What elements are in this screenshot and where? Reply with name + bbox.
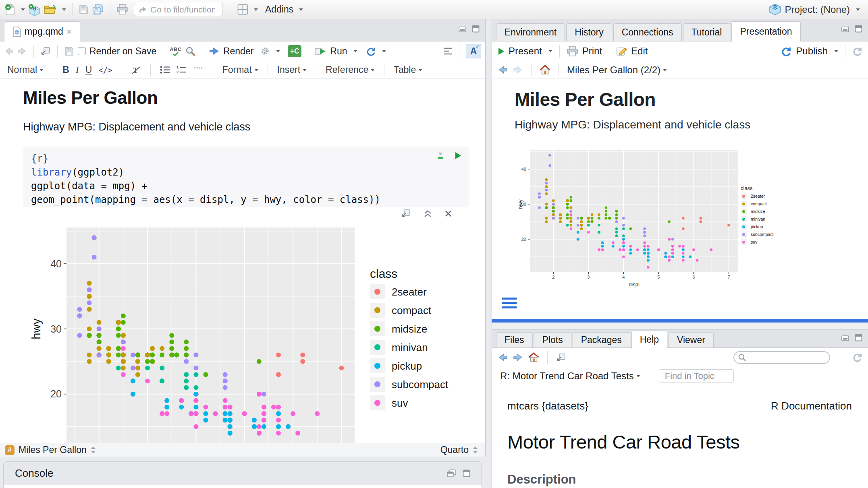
publish-icon[interactable]: [781, 46, 792, 56]
clear-output-icon[interactable]: [444, 210, 452, 217]
tab-files[interactable]: Files: [496, 332, 533, 347]
slide-home-icon[interactable]: [540, 65, 550, 75]
section-sorter-icon[interactable]: [91, 446, 96, 454]
tab-connections[interactable]: Connections: [613, 23, 682, 41]
refresh-presentation-icon[interactable]: [852, 46, 862, 56]
maximize-pane-icon[interactable]: [472, 25, 480, 33]
pane-splitter[interactable]: [492, 319, 868, 323]
table-menu[interactable]: Table: [394, 64, 422, 75]
edit-icon[interactable]: [616, 46, 627, 56]
nav-forward-icon[interactable]: [17, 47, 27, 56]
addins-caret-icon[interactable]: [299, 8, 303, 11]
nav-back-icon[interactable]: [4, 47, 14, 56]
save-icon[interactable]: [79, 4, 89, 14]
render-button[interactable]: Render: [223, 46, 253, 57]
tab-help[interactable]: Help: [631, 331, 667, 348]
refresh-help-icon[interactable]: [852, 352, 862, 362]
open-file-icon[interactable]: [44, 4, 56, 15]
find-replace-icon[interactable]: [185, 46, 195, 56]
section-selector[interactable]: Miles Per Gallon: [19, 445, 87, 455]
minimize-pane-icon[interactable]: [841, 25, 850, 33]
insert-chunk-icon[interactable]: +C: [288, 45, 301, 57]
gear-icon[interactable]: [260, 46, 270, 56]
print-icon[interactable]: [116, 4, 128, 15]
reference-menu[interactable]: Reference: [326, 64, 375, 75]
run-chunk-icon[interactable]: [455, 152, 461, 159]
bold-button[interactable]: B: [62, 64, 69, 75]
present-icon[interactable]: [498, 48, 505, 55]
new-file-icon[interactable]: [5, 4, 15, 16]
tab-viewer[interactable]: Viewer: [669, 332, 714, 347]
help-home-icon[interactable]: [528, 352, 539, 362]
tab-environment[interactable]: Environment: [496, 23, 565, 41]
new-file-caret-icon[interactable]: [21, 8, 25, 11]
project-menu[interactable]: R Project: (None): [769, 3, 863, 16]
bullet-list-icon[interactable]: [160, 66, 170, 74]
goto-file-input[interactable]: [150, 5, 215, 14]
present-caret-icon[interactable]: [548, 50, 552, 52]
publish-caret-icon[interactable]: [834, 50, 838, 52]
run-button[interactable]: Run: [330, 46, 347, 57]
goto-file-search[interactable]: [134, 3, 222, 16]
format-menu[interactable]: Format: [222, 64, 258, 75]
print-slides-icon[interactable]: [567, 46, 578, 57]
render-options-caret-icon[interactable]: [276, 50, 280, 52]
minimize-pane-icon[interactable]: [459, 25, 467, 33]
insert-menu[interactable]: Insert: [277, 64, 307, 75]
open-file-caret-icon[interactable]: [62, 8, 66, 11]
run-chunks-above-icon[interactable]: [436, 151, 445, 160]
workspace-panes-icon[interactable]: [237, 4, 248, 15]
new-project-icon[interactable]: R: [28, 4, 40, 16]
underline-button[interactable]: U: [85, 64, 92, 75]
find-in-topic-input[interactable]: [661, 371, 729, 381]
render-icon[interactable]: [209, 47, 220, 56]
maximize-pane-icon[interactable]: [855, 334, 862, 341]
numbered-list-icon[interactable]: 12: [177, 66, 187, 74]
print-button[interactable]: Print: [582, 45, 602, 57]
r-code-chunk[interactable]: {r} library(ggplot2)ggplot(data = mpg) +…: [23, 147, 469, 207]
tab-presentation[interactable]: Presentation: [731, 21, 800, 41]
addins-menu[interactable]: Addins: [265, 4, 293, 15]
run-icon[interactable]: [315, 47, 326, 56]
italic-button[interactable]: I: [76, 64, 79, 75]
slide-forward-icon[interactable]: [513, 65, 523, 74]
code-format-button[interactable]: </>: [98, 66, 112, 74]
help-search-box[interactable]: [733, 351, 830, 364]
mode-selector[interactable]: Quarto: [440, 445, 480, 455]
paragraph-style-select[interactable]: Normal: [7, 64, 44, 75]
spellcheck-icon[interactable]: ABC: [170, 47, 182, 56]
run-caret-icon[interactable]: [353, 50, 357, 52]
save-doc-icon[interactable]: [64, 46, 74, 56]
rerun-icon[interactable]: [366, 46, 376, 56]
panes-caret-icon[interactable]: [254, 8, 258, 11]
present-button[interactable]: Present: [509, 45, 542, 57]
help-back-icon[interactable]: [498, 353, 508, 362]
help-search-input[interactable]: [746, 353, 819, 362]
help-popout-icon[interactable]: [556, 353, 566, 362]
console-popout-icon[interactable]: [447, 469, 456, 477]
tab-packages[interactable]: Packages: [573, 332, 630, 347]
slide-back-icon[interactable]: [498, 65, 508, 74]
slide-selector[interactable]: Miles Per Gallon (2/2): [567, 64, 667, 76]
slide-menu-icon[interactable]: [502, 298, 517, 311]
find-in-topic-box[interactable]: [659, 369, 734, 383]
console-maximize-icon[interactable]: [463, 469, 470, 477]
output-popout-icon[interactable]: [401, 209, 411, 218]
tab-plots[interactable]: Plots: [534, 332, 571, 347]
publish-button[interactable]: Publish: [796, 45, 828, 57]
minimize-pane-icon[interactable]: [841, 334, 850, 341]
edit-button[interactable]: Edit: [631, 45, 648, 57]
document-outline-icon[interactable]: [443, 47, 453, 55]
clear-formatting-icon[interactable]: T: [131, 66, 141, 74]
tab-close-icon[interactable]: ×: [66, 27, 72, 37]
rerun-caret-icon[interactable]: [382, 50, 386, 52]
open-new-window-icon[interactable]: [40, 46, 51, 56]
visual-editor-toggle[interactable]: A: [466, 44, 481, 58]
save-all-icon[interactable]: [92, 4, 104, 15]
help-forward-icon[interactable]: [513, 353, 523, 362]
console-header[interactable]: Console: [4, 462, 482, 485]
collapse-output-icon[interactable]: [423, 210, 432, 217]
tab-mpg-qmd[interactable]: mpg.qmd ×: [4, 21, 80, 41]
blockquote-icon[interactable]: ””: [193, 66, 204, 74]
help-topic-selector[interactable]: R: Motor Trend Car Road Tests: [500, 370, 640, 382]
